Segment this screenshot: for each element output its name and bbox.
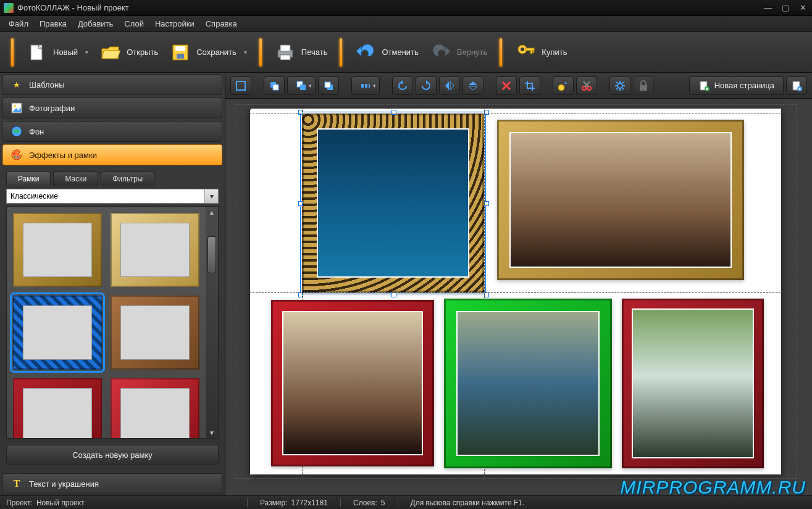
frame-swatch-wood-brown[interactable] [111,296,199,370]
flip-v-button[interactable] [463,77,483,95]
tab-frames[interactable]: Рамки [6,172,51,186]
rotate-right-button[interactable] [416,77,437,95]
toolbar-new[interactable]: Новый ▾ [22,39,92,66]
bring-front-button[interactable] [264,77,285,95]
frame-swatch-red-bevel[interactable] [111,378,199,438]
toolbar-open[interactable]: Открыть [96,39,162,66]
cut-button[interactable] [576,77,597,95]
sidebar-section-background[interactable]: Фон [2,121,222,142]
svg-rect-20 [273,85,278,90]
folder-open-icon [99,41,122,64]
svg-rect-26 [365,84,367,88]
sidebar-section-templates[interactable]: ★ Шаблоны [2,74,222,95]
page[interactable] [250,109,781,474]
minimize-button[interactable]: — [763,3,774,12]
status-project-value: Новый проект [36,499,85,507]
app-logo-icon [4,3,14,13]
delete-button[interactable] [496,77,517,95]
frame-swatch-gold-light[interactable] [111,213,199,287]
svg-rect-2 [175,46,185,51]
statusbar: Проект: Новый проект Размер: 1772x1181 С… [0,495,812,509]
menu-add[interactable]: Добавить [73,17,118,30]
canvas-photo-p4[interactable] [444,299,612,468]
send-back-button[interactable] [318,77,339,95]
svg-rect-18 [236,81,245,90]
svg-rect-6 [280,55,290,60]
scroll-up-icon[interactable]: ▲ [206,207,218,218]
lock-button[interactable] [633,77,654,95]
page-settings-button[interactable] [786,77,807,95]
toolbar-buy[interactable]: Купить [511,39,571,66]
toolbar-undo[interactable]: Отменить [351,39,422,66]
new-page-button[interactable]: Новая страница [689,77,784,95]
rotate-left-button[interactable] [392,77,413,95]
tab-masks[interactable]: Маски [53,172,98,186]
create-frame-button[interactable]: Создать новую рамку [6,445,219,465]
settings-button[interactable] [609,77,630,95]
svg-point-15 [13,152,15,154]
canvas-area[interactable] [225,99,812,495]
frame-swatch-gold-classic[interactable] [13,213,102,287]
svg-rect-27 [369,84,370,88]
selection-handle[interactable] [484,292,489,297]
canvas-photo-p5[interactable] [622,299,764,468]
menu-help[interactable]: Справка [201,17,242,30]
status-hint: Для вызова справки нажмите F1. [411,499,525,507]
tab-filters[interactable]: Фильтры [101,172,154,186]
selection-handle[interactable] [391,292,396,297]
svg-point-31 [617,83,622,88]
svg-rect-5 [280,45,290,51]
chevron-down-icon: ▾ [204,189,218,203]
menubar: Файл Правка Добавить Слой Настройки Спра… [0,16,812,32]
photo-icon [10,102,23,114]
toolbar-separator [340,38,342,67]
selection-guides [302,114,484,292]
flip-h-button[interactable] [439,77,460,95]
canvas-photo-p2[interactable] [497,120,744,280]
frame-category-select[interactable]: Классические ▾ [6,189,219,204]
canvas-toolbar: Новая страница [225,73,812,99]
toolbar-separator [259,38,262,67]
scroll-down-icon[interactable]: ▼ [206,427,218,438]
new-file-icon [26,41,48,64]
sidebar-section-photos[interactable]: Фотографии [2,97,222,118]
scroll-thumb[interactable] [207,236,216,273]
toolbar-print[interactable]: Печать [270,39,332,66]
toolbar-redo[interactable]: Вернуть [426,39,492,66]
status-layers-label: Слоев: [353,499,377,507]
menu-edit[interactable]: Правка [35,17,72,30]
crop-button[interactable] [519,77,540,95]
svg-point-45 [799,88,801,89]
toolbar-separator [11,38,14,67]
sidebar-section-text[interactable]: T Текст и украшения [2,473,222,494]
menu-file[interactable]: Файл [4,17,33,30]
palette-icon [10,149,23,161]
svg-rect-25 [361,84,364,88]
distribute-button[interactable] [351,77,380,95]
svg-line-36 [616,82,617,83]
align-button[interactable] [230,77,251,95]
frame-swatch-leopard-blue[interactable] [13,296,102,370]
status-layers-value: 5 [381,499,385,507]
layer-order-button[interactable] [287,77,316,95]
close-button[interactable]: ✕ [797,3,808,12]
sidebar-section-effects[interactable]: Эффекты и рамки [2,144,222,165]
save-icon [169,41,191,64]
main-toolbar: Новый ▾ Открыть Сохранить ▾ Печать [0,32,812,73]
palette-scrollbar[interactable]: ▲ ▼ [206,207,218,438]
selection-handle[interactable] [484,201,489,206]
key-icon [514,41,537,64]
toolbar-save[interactable]: Сохранить ▾ [165,39,251,66]
maximize-button[interactable]: ▢ [780,3,791,12]
canvas-photo-p3[interactable] [271,300,434,466]
toolbar-separator [500,38,502,67]
dropdown-arrow-icon: ▾ [85,49,88,56]
svg-rect-24 [325,82,330,88]
svg-line-39 [622,82,624,83]
frame-swatch-red-classic[interactable] [13,378,102,438]
svg-rect-11 [533,51,534,52]
status-size-value: 1772x1181 [291,499,328,507]
menu-layer[interactable]: Слой [119,17,149,30]
menu-settings[interactable]: Настройки [150,17,199,30]
magic-button[interactable] [553,77,574,95]
